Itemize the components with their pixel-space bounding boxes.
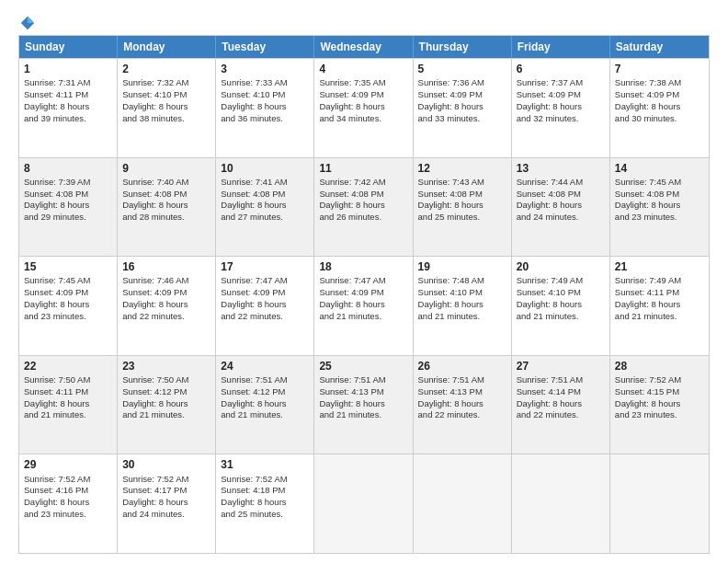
- day-info-line: Sunrise: 7:51 AM: [418, 374, 506, 386]
- cal-cell: 6Sunrise: 7:37 AMSunset: 4:09 PMDaylight…: [512, 59, 610, 157]
- day-info-line: Sunset: 4:08 PM: [122, 189, 210, 201]
- day-info-line: Sunset: 4:09 PM: [517, 89, 605, 101]
- logo: [18, 15, 36, 28]
- day-info-line: Daylight: 8 hours: [221, 497, 309, 509]
- day-info-line: Sunrise: 7:52 AM: [221, 474, 309, 486]
- day-info-line: and 39 minutes.: [24, 113, 112, 125]
- day-info-line: Sunrise: 7:52 AM: [615, 374, 704, 386]
- day-info-line: Sunset: 4:14 PM: [517, 386, 605, 398]
- day-info-line: and 36 minutes.: [221, 113, 309, 125]
- day-number: 5: [418, 62, 506, 76]
- header-day-thursday: Thursday: [414, 36, 512, 58]
- day-info-line: and 21 minutes.: [319, 311, 407, 323]
- day-info-line: Daylight: 8 hours: [517, 398, 605, 410]
- day-info-line: Sunset: 4:11 PM: [24, 89, 112, 101]
- day-number: 17: [221, 259, 309, 274]
- cal-cell: 31Sunrise: 7:52 AMSunset: 4:18 PMDayligh…: [216, 454, 314, 553]
- day-info-line: Sunset: 4:16 PM: [24, 485, 112, 497]
- day-info-line: and 21 minutes.: [615, 311, 704, 323]
- day-info-line: Sunset: 4:09 PM: [319, 89, 407, 101]
- day-info-line: and 21 minutes.: [122, 409, 210, 421]
- day-number: 27: [517, 359, 605, 373]
- cal-cell: 10Sunrise: 7:41 AMSunset: 4:08 PMDayligh…: [216, 158, 314, 257]
- day-info-line: Sunrise: 7:45 AM: [24, 275, 112, 287]
- day-info-line: Sunset: 4:08 PM: [418, 189, 506, 201]
- cal-cell: [610, 454, 709, 553]
- day-info-line: and 27 minutes.: [221, 212, 309, 224]
- day-info-line: Daylight: 8 hours: [418, 101, 506, 113]
- day-number: 28: [615, 359, 704, 373]
- day-info-line: Daylight: 8 hours: [615, 299, 704, 311]
- day-info-line: and 23 minutes.: [615, 409, 704, 421]
- day-info-line: Daylight: 8 hours: [24, 200, 112, 212]
- day-info-line: Sunset: 4:08 PM: [615, 189, 704, 201]
- day-info-line: Daylight: 8 hours: [319, 299, 407, 311]
- day-number: 15: [24, 259, 112, 274]
- day-info-line: Daylight: 8 hours: [517, 200, 605, 212]
- day-info-line: Sunrise: 7:44 AM: [517, 177, 605, 189]
- header-day-saturday: Saturday: [610, 36, 709, 58]
- day-info-line: Sunrise: 7:52 AM: [24, 474, 112, 486]
- day-info-line: and 21 minutes.: [319, 409, 407, 421]
- day-info-line: Sunset: 4:09 PM: [319, 287, 407, 299]
- cal-cell: 16Sunrise: 7:46 AMSunset: 4:09 PMDayligh…: [118, 257, 216, 355]
- day-info-line: Sunrise: 7:32 AM: [122, 77, 210, 89]
- cal-cell: 28Sunrise: 7:52 AMSunset: 4:15 PMDayligh…: [610, 356, 709, 454]
- day-info-line: Sunrise: 7:39 AM: [24, 177, 112, 189]
- day-number: 21: [615, 259, 704, 274]
- day-info-line: Sunrise: 7:37 AM: [517, 77, 605, 89]
- cal-cell: 12Sunrise: 7:43 AMSunset: 4:08 PMDayligh…: [414, 158, 512, 257]
- cal-cell: [512, 454, 610, 553]
- day-info-line: and 21 minutes.: [24, 409, 112, 421]
- day-info-line: and 23 minutes.: [24, 509, 112, 521]
- header-day-monday: Monday: [118, 36, 216, 58]
- day-info-line: and 21 minutes.: [418, 311, 506, 323]
- cal-cell: 30Sunrise: 7:52 AMSunset: 4:17 PMDayligh…: [118, 454, 216, 553]
- day-info-line: and 25 minutes.: [418, 212, 506, 224]
- cal-cell: 23Sunrise: 7:50 AMSunset: 4:12 PMDayligh…: [118, 356, 216, 454]
- day-info-line: Sunset: 4:09 PM: [418, 89, 506, 101]
- cal-cell: 1Sunrise: 7:31 AMSunset: 4:11 PMDaylight…: [19, 59, 118, 157]
- day-info-line: and 23 minutes.: [24, 311, 112, 323]
- day-info-line: Sunrise: 7:47 AM: [319, 275, 407, 287]
- day-info-line: and 28 minutes.: [122, 212, 210, 224]
- day-info-line: Daylight: 8 hours: [418, 200, 506, 212]
- day-info-line: Daylight: 8 hours: [221, 101, 309, 113]
- day-info-line: Daylight: 8 hours: [122, 398, 210, 410]
- cal-cell: 8Sunrise: 7:39 AMSunset: 4:08 PMDaylight…: [19, 158, 118, 257]
- cal-cell: 2Sunrise: 7:32 AMSunset: 4:10 PMDaylight…: [118, 59, 216, 157]
- day-info-line: and 26 minutes.: [319, 212, 407, 224]
- day-info-line: and 38 minutes.: [122, 113, 210, 125]
- cal-cell: 24Sunrise: 7:51 AMSunset: 4:12 PMDayligh…: [216, 356, 314, 454]
- day-info-line: and 24 minutes.: [122, 509, 210, 521]
- cal-cell: 18Sunrise: 7:47 AMSunset: 4:09 PMDayligh…: [314, 257, 413, 355]
- day-number: 24: [221, 359, 309, 373]
- day-info-line: Sunset: 4:08 PM: [517, 189, 605, 201]
- day-number: 26: [418, 359, 506, 373]
- day-info-line: Sunrise: 7:42 AM: [319, 177, 407, 189]
- cal-cell: 7Sunrise: 7:38 AMSunset: 4:09 PMDaylight…: [610, 59, 709, 157]
- cal-cell: 5Sunrise: 7:36 AMSunset: 4:09 PMDaylight…: [414, 59, 512, 157]
- day-info-line: Sunrise: 7:41 AM: [221, 177, 309, 189]
- day-info-line: Daylight: 8 hours: [122, 299, 210, 311]
- day-info-line: Daylight: 8 hours: [221, 200, 309, 212]
- svg-marker-1: [28, 17, 34, 23]
- day-info-line: Daylight: 8 hours: [517, 299, 605, 311]
- day-info-line: Sunset: 4:10 PM: [517, 287, 605, 299]
- day-info-line: Sunrise: 7:48 AM: [418, 275, 506, 287]
- day-info-line: Sunset: 4:11 PM: [615, 287, 704, 299]
- day-info-line: and 24 minutes.: [517, 212, 605, 224]
- day-info-line: Daylight: 8 hours: [418, 398, 506, 410]
- cal-cell: 29Sunrise: 7:52 AMSunset: 4:16 PMDayligh…: [19, 454, 118, 553]
- day-info-line: Sunrise: 7:47 AM: [221, 275, 309, 287]
- day-info-line: Sunrise: 7:31 AM: [24, 77, 112, 89]
- day-info-line: Sunrise: 7:51 AM: [319, 374, 407, 386]
- day-info-line: Daylight: 8 hours: [319, 398, 407, 410]
- header-day-wednesday: Wednesday: [314, 36, 413, 58]
- cal-cell: 13Sunrise: 7:44 AMSunset: 4:08 PMDayligh…: [512, 158, 610, 257]
- day-info-line: and 22 minutes.: [418, 409, 506, 421]
- day-number: 2: [122, 62, 210, 76]
- day-info-line: Daylight: 8 hours: [24, 497, 112, 509]
- day-info-line: Sunset: 4:12 PM: [221, 386, 309, 398]
- logo-icon: [19, 15, 36, 31]
